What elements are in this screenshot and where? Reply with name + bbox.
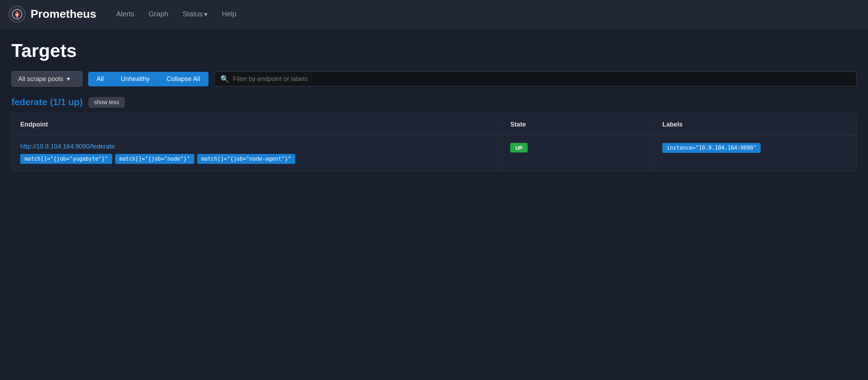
pool-header: federate (1/1 up) show less: [11, 97, 857, 108]
instance-label: instance="10.9.104.164:9090": [662, 143, 761, 153]
filter-search-box: 🔍: [214, 71, 857, 86]
show-less-button[interactable]: show less: [88, 97, 125, 108]
filter-bar: All scrape pools ▾ All Unhealthy Collaps…: [11, 71, 857, 87]
svg-rect-3: [17, 17, 17, 18]
col-header-endpoint: Endpoint: [12, 114, 502, 136]
label-tag: match[]="{job="node-agent"}": [197, 154, 296, 164]
btn-unhealthy[interactable]: Unhealthy: [112, 72, 158, 86]
status-badge: UP: [510, 143, 528, 152]
search-icon: 🔍: [220, 75, 229, 83]
btn-collapse-all[interactable]: Collapse All: [158, 72, 209, 86]
dropdown-chevron-icon: ▾: [67, 75, 70, 83]
btn-all[interactable]: All: [88, 72, 112, 86]
endpoint-link[interactable]: http://10.9.104.164:9090/federate: [20, 143, 493, 150]
page-title: Targets: [11, 40, 857, 61]
search-input[interactable]: [233, 75, 851, 83]
labels-cell: instance="10.9.104.164:9090": [654, 136, 857, 171]
nav-status[interactable]: Status ▾: [177, 7, 214, 21]
brand-name: Prometheus: [31, 7, 96, 21]
endpoint-tags: match[]="{job="yugabyte"}"match[]="{job=…: [20, 154, 493, 164]
label-tag: match[]="{job="node"}": [115, 154, 194, 164]
svg-rect-2: [16, 16, 18, 17]
table-row: http://10.9.104.164:9090/federatematch[]…: [12, 136, 857, 171]
chevron-down-icon: ▾: [204, 10, 207, 18]
brand-link[interactable]: Prometheus: [9, 6, 96, 23]
scrape-pool-dropdown[interactable]: All scrape pools ▾: [11, 71, 82, 87]
nav-help[interactable]: Help: [216, 7, 242, 21]
endpoint-cell: http://10.9.104.164:9090/federatematch[]…: [12, 136, 502, 171]
main-content: Targets All scrape pools ▾ All Unhealthy…: [0, 28, 868, 183]
pool-title: federate (1/1 up): [11, 97, 83, 108]
label-tag: match[]="{job="yugabyte"}": [20, 154, 112, 164]
state-cell: UP: [502, 136, 654, 171]
scrape-pool-label: All scrape pools: [18, 75, 63, 83]
prometheus-icon: [12, 9, 22, 20]
svg-point-1: [16, 14, 18, 16]
targets-table: Endpoint State Labels http://10.9.104.16…: [11, 113, 857, 171]
col-header-state: State: [502, 114, 654, 136]
navbar: Prometheus Alerts Graph Status ▾ Help: [0, 0, 868, 28]
nav-alerts[interactable]: Alerts: [110, 7, 140, 21]
table-header-row: Endpoint State Labels: [12, 114, 857, 136]
col-header-labels: Labels: [654, 114, 857, 136]
nav-links: Alerts Graph Status ▾ Help: [110, 7, 242, 21]
nav-graph[interactable]: Graph: [143, 7, 174, 21]
brand-logo: [9, 6, 26, 23]
filter-btn-group: All Unhealthy Collapse All: [88, 72, 209, 86]
